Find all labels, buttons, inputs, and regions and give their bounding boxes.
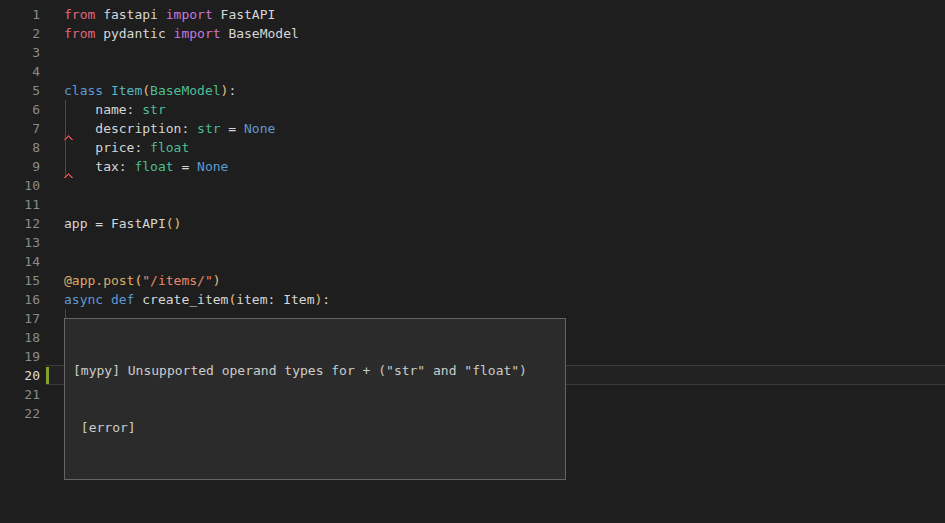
sign-column — [40, 366, 64, 385]
sign-column — [40, 62, 64, 81]
code-line[interactable]: 10 — [0, 176, 945, 195]
line-number[interactable]: 14 — [0, 252, 40, 271]
line-number[interactable]: 11 — [0, 195, 40, 214]
code-text[interactable]: description: str = None — [64, 119, 275, 138]
line-number[interactable]: 6 — [0, 100, 40, 119]
line-number[interactable]: 5 — [0, 81, 40, 100]
sign-column — [40, 5, 64, 24]
sign-column — [40, 347, 64, 366]
syntax-token: Item — [111, 83, 142, 98]
line-number[interactable]: 7 — [0, 119, 40, 138]
code-line[interactable]: 6 name: str — [0, 100, 945, 119]
code-line[interactable]: 9 tax: float = None — [0, 157, 945, 176]
sign-column — [40, 404, 64, 423]
code-line[interactable]: 1from fastapi import FastAPI — [0, 5, 945, 24]
syntax-token — [103, 292, 111, 307]
line-number[interactable]: 8 — [0, 138, 40, 157]
error-squiggle-icon — [64, 174, 74, 180]
syntax-token: ) — [213, 273, 221, 288]
code-line[interactable]: 11 — [0, 195, 945, 214]
sign-column — [40, 328, 64, 347]
code-line[interactable]: 3 — [0, 43, 945, 62]
line-number[interactable]: 2 — [0, 24, 40, 43]
diagnostic-tooltip: [mypy] Unsupported operand types for + (… — [64, 318, 566, 480]
code-line[interactable]: 2from pydantic import BaseModel — [0, 24, 945, 43]
syntax-token: str — [197, 121, 220, 136]
line-number[interactable]: 19 — [0, 347, 40, 366]
error-squiggle-icon — [64, 136, 74, 142]
syntax-token: float — [134, 159, 173, 174]
syntax-token: @app.post — [64, 273, 134, 288]
code-line[interactable]: 12app = FastAPI() — [0, 214, 945, 233]
code-text[interactable]: tax: float = None — [64, 157, 228, 176]
sign-column — [40, 252, 64, 271]
code-line[interactable]: 8 price: float — [0, 138, 945, 157]
syntax-token: FastAPI — [213, 7, 276, 22]
code-text[interactable]: name: str — [64, 100, 166, 119]
syntax-token: : — [322, 292, 330, 307]
syntax-token: class — [64, 83, 103, 98]
code-line[interactable]: 15@app.post("/items/") — [0, 271, 945, 290]
syntax-token: pydantic — [95, 26, 173, 41]
syntax-token: from — [64, 7, 95, 22]
line-number[interactable]: 21 — [0, 385, 40, 404]
sign-column — [40, 385, 64, 404]
code-line[interactable]: 4 — [0, 62, 945, 81]
sign-column — [40, 309, 64, 328]
line-number[interactable]: 20 — [0, 366, 40, 385]
syntax-token: tax: — [64, 159, 134, 174]
line-number[interactable]: 22 — [0, 404, 40, 423]
syntax-token: str — [142, 102, 165, 117]
syntax-token: : — [228, 83, 236, 98]
line-number[interactable]: 3 — [0, 43, 40, 62]
syntax-token: fastapi — [95, 7, 165, 22]
code-line[interactable]: 16async def create_item(item: Item): — [0, 290, 945, 309]
syntax-token: float — [150, 140, 189, 155]
sign-column — [40, 119, 64, 138]
sign-column — [40, 81, 64, 100]
syntax-token: "/items/" — [142, 273, 212, 288]
syntax-token: () — [166, 216, 182, 231]
sign-column — [40, 233, 64, 252]
code-text[interactable]: class Item(BaseModel): — [64, 81, 236, 100]
line-number[interactable]: 4 — [0, 62, 40, 81]
line-number[interactable]: 13 — [0, 233, 40, 252]
code-text[interactable]: async def create_item(item: Item): — [64, 290, 330, 309]
syntax-token: BaseModel — [221, 26, 299, 41]
syntax-token: item: Item — [236, 292, 314, 307]
sign-column — [40, 195, 64, 214]
line-number[interactable]: 10 — [0, 176, 40, 195]
code-text[interactable]: @app.post("/items/") — [64, 271, 221, 290]
sign-column — [40, 100, 64, 119]
sign-column — [40, 157, 64, 176]
syntax-token: name: — [64, 102, 142, 117]
line-number[interactable]: 15 — [0, 271, 40, 290]
line-number[interactable]: 1 — [0, 5, 40, 24]
line-number[interactable]: 17 — [0, 309, 40, 328]
code-text[interactable]: app = FastAPI() — [64, 214, 181, 233]
code-line[interactable]: 7 description: str = None — [0, 119, 945, 138]
code-text[interactable]: from pydantic import BaseModel — [64, 24, 299, 43]
syntax-token: app = FastAPI — [64, 216, 166, 231]
syntax-token — [103, 83, 111, 98]
code-line[interactable]: 13 — [0, 233, 945, 252]
line-number[interactable]: 9 — [0, 157, 40, 176]
code-line[interactable]: 5class Item(BaseModel): — [0, 81, 945, 100]
line-number[interactable]: 18 — [0, 328, 40, 347]
syntax-token: ( — [142, 83, 150, 98]
syntax-token: price: — [64, 140, 150, 155]
sign-column — [40, 271, 64, 290]
code-text[interactable]: price: float — [64, 138, 189, 157]
syntax-token: description: — [64, 121, 197, 136]
syntax-token: def — [111, 292, 134, 307]
sign-column — [40, 43, 64, 62]
sign-column — [40, 138, 64, 157]
code-line[interactable]: 14 — [0, 252, 945, 271]
sign-column — [40, 290, 64, 309]
sign-column — [40, 214, 64, 233]
line-number[interactable]: 16 — [0, 290, 40, 309]
syntax-token: BaseModel — [150, 83, 220, 98]
syntax-token: import — [166, 7, 213, 22]
code-text[interactable]: from fastapi import FastAPI — [64, 5, 275, 24]
line-number[interactable]: 12 — [0, 214, 40, 233]
